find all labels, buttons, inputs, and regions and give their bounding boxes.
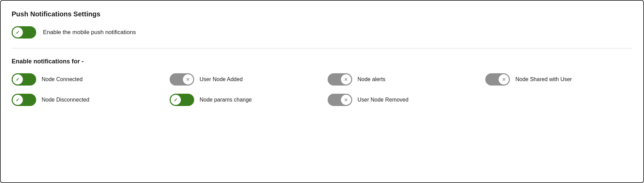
check-icon-node-params: ✓ [174,97,178,102]
push-notifications-card: Push Notifications Settings ✓ Enable the… [0,0,644,183]
label-user-node-removed: User Node Removed [358,96,409,104]
toggle-knob-node-params: ✓ [171,95,181,105]
toggle-track-node-disconnected: ✓ [12,94,36,106]
cross-icon-user-node-added: ✕ [186,77,190,82]
notification-item-user-node-added: ✕ User Node Added [170,73,317,86]
main-toggle-knob: ✓ [13,27,23,37]
main-enable-toggle[interactable]: ✓ [12,26,36,39]
toggle-track-node-alerts: ✕ [328,73,352,86]
toggle-track-user-node-removed: ✕ [328,94,352,106]
label-node-params: Node params change [200,96,252,104]
toggle-node-params[interactable]: ✓ [170,94,194,106]
main-toggle-track: ✓ [12,26,36,39]
cross-icon-node-alerts: ✕ [344,77,348,82]
toggle-knob-node-connected: ✓ [13,74,23,85]
page-title: Push Notifications Settings [12,10,632,18]
toggle-node-shared[interactable]: ✕ [485,73,510,86]
toggle-knob-user-node-removed: ✕ [341,95,351,105]
cross-icon-node-shared: ✕ [502,77,506,82]
toggle-node-alerts[interactable]: ✕ [328,73,352,86]
cross-icon-user-node-removed: ✕ [344,98,348,102]
check-icon-node-connected: ✓ [16,77,20,82]
toggle-node-disconnected[interactable]: ✓ [12,94,36,106]
main-toggle-row: ✓ Enable the mobile push notifications [12,26,632,39]
toggle-track-node-params: ✓ [170,94,194,106]
sub-section-title: Enable notifications for - [12,58,632,65]
notification-item-node-alerts: ✕ Node alerts [328,73,475,86]
notification-item-node-params: ✓ Node params change [170,94,317,106]
toggle-track-user-node-added: ✕ [170,73,194,86]
notification-item-node-connected: ✓ Node Connected [12,73,159,86]
toggle-knob-user-node-added: ✕ [183,74,193,85]
notifications-grid: ✓ Node Connected ✕ User Node Added [12,73,632,106]
toggle-user-node-added[interactable]: ✕ [170,73,194,86]
check-icon: ✓ [16,30,20,35]
main-toggle-label: Enable the mobile push notifications [43,29,136,36]
toggle-node-connected[interactable]: ✓ [12,73,36,86]
notification-item-node-disconnected: ✓ Node Disconnected [12,94,159,106]
label-node-disconnected: Node Disconnected [42,96,89,104]
toggle-knob-node-shared: ✕ [499,74,509,85]
label-node-alerts: Node alerts [358,76,386,83]
toggle-knob-node-alerts: ✕ [341,74,351,85]
toggle-track-node-shared: ✕ [485,73,510,86]
check-icon-node-disconnected: ✓ [16,97,20,102]
notification-item-node-shared: ✕ Node Shared with User [485,73,632,86]
toggle-knob-node-disconnected: ✓ [13,95,23,105]
label-node-connected: Node Connected [42,76,83,83]
label-user-node-added: User Node Added [200,76,243,83]
notification-item-user-node-removed: ✕ User Node Removed [328,94,475,106]
section-divider [12,48,632,48]
toggle-user-node-removed[interactable]: ✕ [328,94,352,106]
label-node-shared: Node Shared with User [515,76,572,83]
toggle-track-node-connected: ✓ [12,73,36,86]
